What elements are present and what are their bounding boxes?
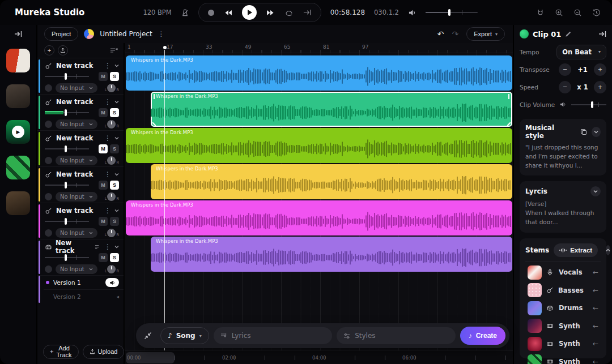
speed-increase-button[interactable]: + xyxy=(594,81,606,93)
input-select[interactable]: No Input xyxy=(56,264,97,274)
audio-clip[interactable]: Whispers in the Dark.MP3 xyxy=(126,200,512,235)
version-row[interactable]: Version 1 xyxy=(44,276,124,289)
playhead[interactable] xyxy=(164,50,165,350)
undo-button[interactable]: ↶ xyxy=(437,29,444,38)
input-select[interactable]: No Input xyxy=(56,119,97,129)
track-volume-slider[interactable] xyxy=(45,145,89,153)
track-name[interactable]: New track xyxy=(56,170,93,178)
track-menu-icon[interactable]: ⋮ xyxy=(104,243,111,251)
overview-scrollbar[interactable]: 00:0002:0004:0006:00 xyxy=(125,350,513,364)
pan-knob-dial[interactable] xyxy=(107,229,116,237)
track-volume-slider[interactable] xyxy=(45,72,89,80)
track-name[interactable]: New track xyxy=(56,62,93,70)
pan-knob-dial[interactable] xyxy=(107,192,116,201)
project-menu-icon[interactable]: ⋮ xyxy=(158,30,165,38)
master-volume-icon[interactable] xyxy=(408,9,416,16)
clip-volume-slider[interactable] xyxy=(571,101,606,108)
tempo-select[interactable]: On Beat ▾ xyxy=(556,45,606,59)
clip-resize-handle[interactable] xyxy=(508,94,509,99)
extract-button[interactable]: Extract xyxy=(554,243,598,257)
insert-stem-icon[interactable]: ← xyxy=(593,268,601,276)
pan-knob-dial[interactable] xyxy=(107,265,116,273)
timeline-ruler[interactable]: 1173349658197 xyxy=(125,43,513,53)
bpm-value[interactable]: 120 BPM xyxy=(143,8,171,16)
pan-knob[interactable]: L R xyxy=(105,192,119,201)
zoom-in-icon[interactable] xyxy=(555,8,563,17)
pan-knob[interactable]: L R xyxy=(105,229,119,237)
insert-stem-icon[interactable]: ← xyxy=(593,358,601,364)
add-track-button[interactable]: + Add Track xyxy=(43,345,79,359)
version-audio-off-icon[interactable]: ◂ xyxy=(116,294,119,299)
mute-button[interactable]: M xyxy=(99,253,108,262)
track-list-icon[interactable] xyxy=(95,245,101,250)
track-name[interactable]: New track xyxy=(56,98,93,106)
edit-clip-name-icon[interactable] xyxy=(565,31,571,37)
mute-button[interactable]: M xyxy=(99,108,108,117)
solo-button[interactable]: S xyxy=(110,253,119,262)
pan-knob[interactable]: L R xyxy=(105,156,119,165)
stem-row[interactable]: Synth ← xyxy=(525,317,601,335)
audio-clip[interactable]: Whispers in the Dark.MP3 xyxy=(151,237,512,272)
mute-button[interactable]: M xyxy=(99,72,108,81)
collapse-create-bar-icon[interactable] xyxy=(140,328,156,344)
chevron-down-icon[interactable] xyxy=(114,245,119,249)
track-menu-icon[interactable]: ⋮ xyxy=(104,170,111,178)
add-track-icon-button[interactable]: + xyxy=(44,45,54,55)
audio-clip[interactable]: Whispers in the Dark.MP3 xyxy=(126,128,512,163)
version-row[interactable]: Version 2 ◂ xyxy=(44,289,124,303)
solo-button[interactable]: S xyxy=(110,181,119,190)
zoom-out-icon[interactable] xyxy=(573,8,582,17)
record-arm-button[interactable] xyxy=(45,229,52,237)
stem-row[interactable]: Synth ← xyxy=(525,335,601,353)
input-select[interactable]: No Input xyxy=(56,156,97,165)
project-name[interactable]: Untitled Project xyxy=(100,30,152,38)
input-select[interactable]: No Input xyxy=(56,228,97,238)
track-volume-slider[interactable] xyxy=(45,254,89,262)
version-audio-on-icon[interactable] xyxy=(105,278,119,287)
upload-button[interactable]: Upload xyxy=(83,345,125,359)
pan-knob[interactable]: L R xyxy=(105,84,119,92)
chevron-down-icon[interactable] xyxy=(114,136,119,140)
master-volume-slider[interactable] xyxy=(426,9,478,16)
expand-sidebar-icon[interactable] xyxy=(14,31,22,37)
export-button[interactable]: Export ▾ xyxy=(466,27,505,41)
track-volume-slider[interactable] xyxy=(45,217,89,225)
insert-stem-icon[interactable]: ← xyxy=(593,286,601,294)
record-button[interactable] xyxy=(208,10,214,16)
track-menu-icon[interactable]: ⋮ xyxy=(104,98,111,106)
media-thumbnail[interactable] xyxy=(6,49,30,72)
record-arm-button[interactable] xyxy=(45,157,52,164)
clip-volume-icon[interactable] xyxy=(559,101,567,108)
insert-stem-icon[interactable]: ← xyxy=(593,340,601,348)
clip-resize-handle[interactable] xyxy=(154,94,155,99)
track-name[interactable]: New track xyxy=(56,239,88,255)
stem-row[interactable]: Basses ← xyxy=(525,281,601,299)
audio-clip[interactable]: Whispers in the Dark.MP3 xyxy=(151,92,512,127)
track-menu-icon[interactable]: ⋮ xyxy=(104,134,111,142)
stem-row[interactable]: Drums ← xyxy=(525,299,601,318)
create-button[interactable]: ♪ Create xyxy=(460,327,505,345)
collapse-panel-icon[interactable] xyxy=(598,31,606,37)
upload-icon-button[interactable] xyxy=(58,45,68,55)
input-select[interactable]: No Input xyxy=(56,83,97,93)
media-thumbnail[interactable] xyxy=(6,156,30,179)
transpose-increase-button[interactable]: + xyxy=(594,63,606,76)
mute-button[interactable]: M xyxy=(99,217,108,226)
mute-button[interactable]: M xyxy=(99,144,108,153)
musical-style-text[interactable]: "I just dropped this song and I'm super … xyxy=(525,143,601,170)
pan-knob-dial[interactable] xyxy=(107,84,116,92)
rewind-button[interactable] xyxy=(224,10,232,16)
track-name[interactable]: New track xyxy=(56,134,93,142)
play-overlay-icon[interactable]: ▶ xyxy=(6,120,30,144)
record-arm-button[interactable] xyxy=(45,265,52,273)
redo-button[interactable]: ↷ xyxy=(452,29,458,38)
snap-magnet-icon[interactable] xyxy=(536,8,545,17)
lyrics-input[interactable] xyxy=(232,332,325,340)
pan-knob[interactable]: L R xyxy=(105,120,119,129)
media-thumbnail[interactable] xyxy=(6,84,30,108)
stem-row[interactable]: Synth ← xyxy=(525,353,601,364)
loop-icon[interactable] xyxy=(284,9,294,16)
insert-stem-icon[interactable]: ← xyxy=(593,304,601,312)
track-menu-icon[interactable]: ⋮ xyxy=(104,207,111,215)
pan-knob-dial[interactable] xyxy=(107,156,116,165)
